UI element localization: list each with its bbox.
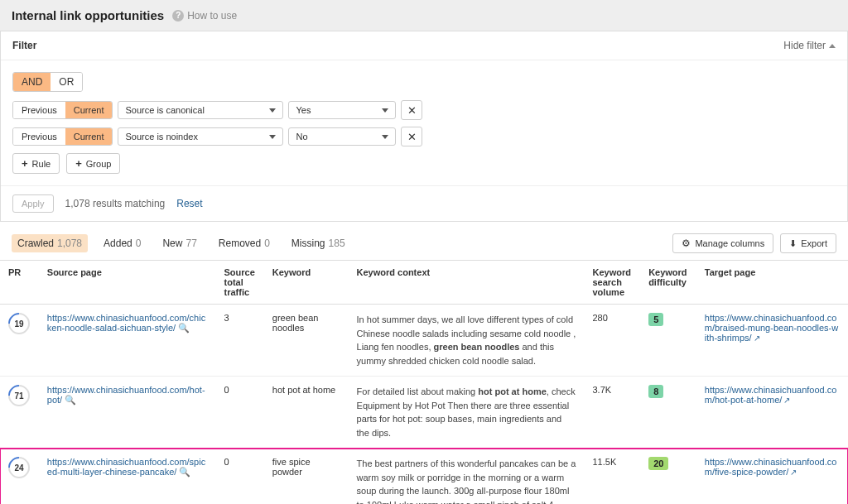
kd-badge: 8 [648, 385, 663, 398]
search-icon[interactable]: 🔍 [178, 323, 190, 333]
or-option[interactable]: OR [51, 73, 82, 91]
pr-badge: 19 [4, 309, 35, 339]
col-pr[interactable]: PR [0, 261, 39, 305]
export-button[interactable]: ⬇Export [780, 233, 836, 253]
volume-value: 11.5K [584, 449, 640, 505]
context-value: The best partners of this wonderful panc… [349, 449, 585, 505]
external-link-icon[interactable]: ↗ [754, 334, 760, 343]
plus-icon: + [75, 157, 82, 170]
logic-toggle[interactable]: AND OR [12, 72, 83, 92]
caret-down-icon [269, 108, 276, 113]
pr-badge: 71 [4, 381, 35, 411]
table-row: 19 https://www.chinasichuanfood.com/chic… [0, 305, 848, 377]
keyword-value: hot pot at home [264, 377, 349, 449]
status-tabs: Crawled 1,078 Added 0 New 77 Removed 0 M… [12, 234, 351, 252]
search-icon[interactable]: 🔍 [65, 395, 76, 405]
rule2-field-select[interactable]: Source is noindex [118, 127, 283, 146]
chevron-up-icon [829, 44, 836, 48]
filter-rule-2: Previous Current Source is noindex No ✕ [12, 127, 836, 146]
tab-removed[interactable]: Removed 0 [213, 234, 276, 252]
keyword-value: green bean noodles [264, 305, 349, 377]
add-rule-button[interactable]: +Rule [12, 153, 60, 174]
results-table: PR Source page Source total traffic Keyw… [0, 260, 848, 504]
traffic-value: 0 [216, 449, 264, 505]
plus-icon: + [22, 157, 28, 170]
apply-button[interactable]: Apply [12, 194, 54, 213]
close-icon: ✕ [407, 131, 417, 143]
traffic-value: 0 [216, 377, 264, 449]
tab-new[interactable]: New 77 [157, 234, 202, 252]
download-icon: ⬇ [789, 238, 797, 249]
kd-badge: 20 [648, 457, 668, 470]
rule1-scope[interactable]: Previous Current [12, 101, 113, 119]
rule1-value-select[interactable]: Yes [288, 101, 396, 119]
rule1-remove-button[interactable]: ✕ [401, 100, 422, 120]
filter-panel: Filter Hide filter AND OR Previous Curre… [0, 31, 848, 222]
kd-badge: 5 [648, 313, 663, 326]
rule1-field-select[interactable]: Source is canonical [118, 101, 283, 119]
pr-badge: 24 [4, 453, 35, 483]
reset-link[interactable]: Reset [176, 198, 202, 209]
col-target[interactable]: Target page [696, 261, 848, 305]
keyword-value: five spice powder [264, 449, 349, 505]
tab-missing[interactable]: Missing 185 [286, 234, 351, 252]
col-keyword[interactable]: Keyword [264, 261, 349, 305]
context-value: In hot summer days, we all love differen… [349, 305, 585, 377]
page-title: Internal link opportunities [12, 8, 164, 22]
target-link[interactable]: https://www.chinasichuanfood.com/braised… [705, 313, 838, 343]
col-traffic[interactable]: Source total traffic [216, 261, 264, 305]
and-option[interactable]: AND [13, 73, 51, 91]
volume-value: 3.7K [584, 377, 640, 449]
add-group-button[interactable]: +Group [66, 153, 120, 174]
help-icon: ? [172, 10, 184, 22]
search-icon[interactable]: 🔍 [179, 467, 190, 477]
context-value: For detailed list about making hot pot a… [349, 377, 585, 449]
rule2-scope[interactable]: Previous Current [12, 127, 113, 146]
caret-down-icon [382, 108, 388, 113]
rule2-value-select[interactable]: No [288, 127, 396, 146]
table-row: 24 https://www.chinasichuanfood.com/spic… [0, 449, 848, 505]
volume-value: 280 [584, 305, 640, 377]
page-header: Internal link opportunities ? How to use [0, 0, 848, 31]
target-link[interactable]: https://www.chinasichuanfood.com/five-sp… [705, 457, 837, 477]
col-source[interactable]: Source page [39, 261, 216, 305]
tab-added[interactable]: Added 0 [98, 234, 147, 252]
filter-rule-1: Previous Current Source is canonical Yes… [12, 100, 836, 120]
col-kd[interactable]: Keyword difficulty [640, 261, 696, 305]
manage-columns-button[interactable]: ⚙Manage columns [672, 233, 773, 253]
caret-down-icon [382, 135, 388, 139]
rule2-remove-button[interactable]: ✕ [401, 127, 422, 146]
close-icon: ✕ [407, 104, 417, 117]
table-row: 71 https://www.chinasichuanfood.com/hot-… [0, 377, 848, 449]
how-to-use-link[interactable]: ? How to use [172, 10, 237, 22]
tab-crawled[interactable]: Crawled 1,078 [12, 234, 88, 252]
col-context[interactable]: Keyword context [349, 261, 585, 305]
target-link[interactable]: https://www.chinasichuanfood.com/hot-pot… [705, 385, 837, 405]
filter-title: Filter [12, 40, 36, 51]
traffic-value: 3 [216, 305, 264, 377]
results-count: 1,078 results matching [65, 198, 166, 209]
col-volume[interactable]: Keyword search volume [584, 261, 640, 305]
gear-icon: ⚙ [682, 238, 691, 249]
external-link-icon[interactable]: ↗ [783, 396, 790, 405]
hide-filter-toggle[interactable]: Hide filter [783, 40, 836, 51]
caret-down-icon [269, 135, 276, 139]
external-link-icon[interactable]: ↗ [790, 468, 797, 477]
